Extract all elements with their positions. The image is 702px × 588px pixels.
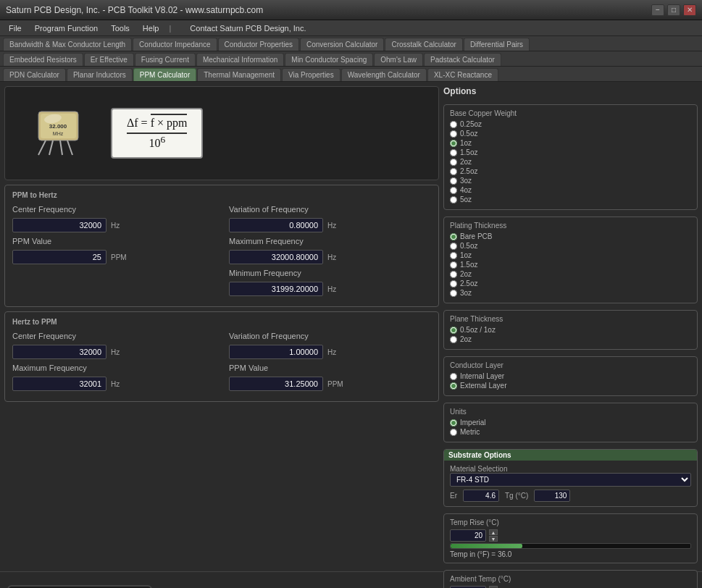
copper-25oz[interactable]: 2.5oz [450,167,691,175]
tab-wavelength-calculator[interactable]: Wavelength Calculator [341,68,427,81]
temp-rise-spinner[interactable]: ▲ ▼ [489,529,498,542]
tab-xl-xc-reactance[interactable]: XL-XC Reactance [427,68,498,81]
right-panel: Options Base Copper Weight 0.25oz 0.5oz … [443,86,698,567]
tab-conversion-calculator[interactable]: Conversion Calculator [300,38,384,51]
menu-contact[interactable]: Contact Saturn PCB Design, Inc. [190,24,306,33]
copper-05oz[interactable]: 0.5oz [450,130,691,138]
units-title: Units [450,408,691,416]
temp-rise-progress [450,543,691,549]
plane-group: Plane Thickness 0.5oz / 1oz 2oz [443,310,698,350]
plating-15oz[interactable]: 1.5oz [450,261,691,269]
minimize-button[interactable]: − [651,4,664,16]
tab-pdn-calculator[interactable]: PDN Calculator [3,68,66,81]
tab-mechanical-information[interactable]: Mechanical Information [196,53,284,66]
imperial-radio[interactable]: Imperial [450,419,691,427]
er-input[interactable] [463,490,499,502]
plating-bare[interactable]: Bare PCB [450,232,691,240]
tab-er-effective[interactable]: Er Effective [84,53,134,66]
copper-15oz[interactable]: 1.5oz [450,148,691,156]
center-freq-label: Center Frequency [12,205,114,214]
nav-row-3: PDN Calculator Planar Inductors PPM Calc… [0,67,702,82]
svg-line-3 [38,140,46,155]
copper-5oz[interactable]: 5oz [450,196,691,203]
menu-program-function[interactable]: Program Function [29,22,104,34]
hz-to-ppm-right: Variation of Frequency Hz PPM Value PPM [229,332,431,395]
copper-4oz[interactable]: 4oz [450,186,691,194]
copper-025oz[interactable]: 0.25oz [450,120,691,128]
hz-ppm-input[interactable] [229,377,323,391]
tg-label: Tg (°C) [505,492,528,500]
center-freq-unit: Hz [111,222,136,230]
hz-center-freq-label-row: Center Frequency [12,332,214,340]
menu-help[interactable]: Help [137,22,165,34]
hz-max-freq-input[interactable] [12,377,106,391]
tab-planar-inductors[interactable]: Planar Inductors [67,68,133,81]
menu-file[interactable]: File [3,22,28,34]
hz-var-freq-label-row: Variation of Frequency [229,332,431,340]
tab-ppm-calculator[interactable]: PPM Calculator [133,68,196,81]
min-freq-input[interactable] [229,282,323,296]
hz-var-freq-input[interactable] [229,345,323,359]
temp-rise-down[interactable]: ▼ [489,536,498,542]
material-label: Material Selection [450,465,691,473]
tab-conductor-impedance[interactable]: Conductor Impedance [133,38,217,51]
copper-2oz[interactable]: 2oz [450,158,691,166]
tab-crosstalk-calculator[interactable]: Crosstalk Calculator [385,38,462,51]
copper-1oz[interactable]: 1oz [450,139,691,147]
plating-3oz[interactable]: 3oz [450,289,691,297]
hz-var-freq-unit: Hz [327,348,353,356]
hz-center-freq-unit: Hz [111,348,136,356]
temp-rise-input[interactable] [450,529,486,542]
temp-rise-up[interactable]: ▲ [489,529,498,535]
options-title: Options [443,86,698,96]
tab-conductor-properties[interactable]: Conductor Properties [218,38,300,51]
var-freq-label-row: Variation of Frequency [229,205,431,214]
maximize-button[interactable]: □ [667,4,680,16]
plating-05oz[interactable]: 0.5oz [450,242,691,250]
max-freq-input[interactable] [229,250,323,264]
ppm-input-row: PPM [12,250,214,264]
main-content: 32.000 MHz Δf = f × ppm 106 PPM to Hertz… [0,82,702,571]
tab-padstack-calculator[interactable]: Padstack Calculator [424,53,501,66]
ppm-value-input[interactable] [12,250,106,264]
copper-3oz[interactable]: 3oz [450,177,691,185]
material-select[interactable]: FR-4 STD [450,473,691,487]
er-tg-row: Er Tg (°C) [450,490,691,502]
menu-tools[interactable]: Tools [105,22,135,34]
tab-min-conductor-spacing[interactable]: Min Conductor Spacing [285,53,373,66]
substrate-box: Substrate Options Material Selection FR-… [443,449,698,507]
center-freq-input[interactable] [12,218,106,232]
base-copper-group: Base Copper Weight 0.25oz 0.5oz 1oz 1.5o… [443,104,698,210]
center-freq-input-row: Hz [12,218,214,232]
temp-rise-section: Temp Rise (°C) ▲ ▼ Temp in (°F) = 36.0 [443,513,698,563]
metric-radio[interactable]: Metric [450,428,691,436]
plane-05-1oz[interactable]: 0.5oz / 1oz [450,326,691,334]
close-button[interactable]: ✕ [683,4,696,16]
tab-via-properties[interactable]: Via Properties [282,68,340,81]
hz-center-freq-input-row: Hz [12,345,214,359]
tab-fusing-current[interactable]: Fusing Current [135,53,196,66]
hz-var-freq-label: Variation of Frequency [229,332,330,340]
ppm-label-row: PPM Value [12,237,214,245]
internal-layer[interactable]: Internal Layer [450,372,691,380]
plating-25oz[interactable]: 2.5oz [450,280,691,287]
ppm-to-hz-left: Center Frequency Hz PPM Value PPM [12,205,214,301]
var-freq-input[interactable] [229,218,323,232]
tab-embedded-resistors[interactable]: Embedded Resistors [3,53,83,66]
tab-bandwidth[interactable]: Bandwidth & Max Conductor Length [3,38,132,51]
units-group: Units Imperial Metric [443,403,698,442]
plating-2oz[interactable]: 2oz [450,270,691,278]
var-freq-label: Variation of Frequency [229,205,330,214]
plane-2oz[interactable]: 2oz [450,335,691,343]
min-freq-label: Minimum Frequency [229,269,330,277]
tab-ohms-law[interactable]: Ohm's Law [374,53,423,66]
external-layer[interactable]: External Layer [450,382,691,390]
plating-1oz[interactable]: 1oz [450,251,691,259]
nav-row-1: Bandwidth & Max Conductor Length Conduct… [0,36,702,51]
svg-line-4 [49,140,53,155]
tab-differential-pairs[interactable]: Differential Pairs [464,38,530,51]
tab-thermal-management[interactable]: Thermal Management [197,68,281,81]
ppm-to-hz-section: PPM to Hertz Center Frequency Hz PPM Val… [4,185,439,307]
hz-center-freq-input[interactable] [12,345,106,359]
tg-input[interactable] [534,490,570,502]
